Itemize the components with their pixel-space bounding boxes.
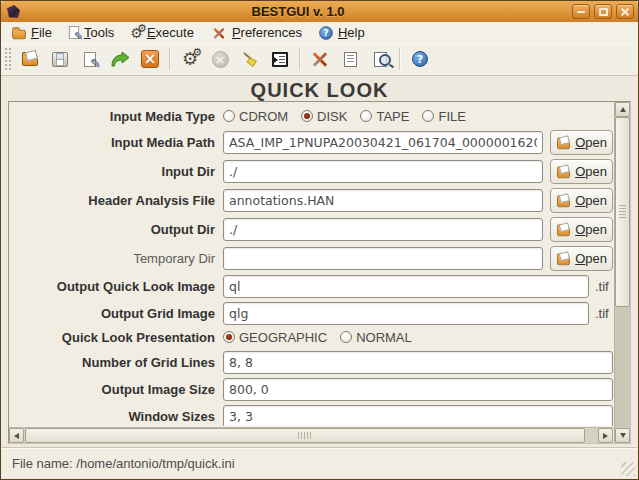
- field-label: Input Dir: [9, 164, 215, 179]
- menu-tools[interactable]: Tools: [68, 25, 114, 40]
- radio-icon: [360, 110, 372, 122]
- open-button[interactable]: Open: [550, 188, 613, 213]
- menu-tools-label: Tools: [84, 25, 114, 40]
- toolbar-exit-button[interactable]: [136, 45, 164, 73]
- field-label: Header Analysis File: [9, 193, 215, 208]
- arrow-up-icon: [620, 107, 626, 112]
- close-button[interactable]: [616, 4, 634, 19]
- radio-icon: [223, 331, 235, 343]
- radio-normal-label: NORMAL: [356, 330, 412, 345]
- toolbar-open-button[interactable]: [16, 45, 44, 73]
- toolbar-execute-button[interactable]: ⚙: [176, 45, 204, 73]
- menu-execute-label: Execute: [147, 25, 194, 40]
- quick-look-form: Input Media Type CDROM DISK TAPE FILE In…: [9, 102, 613, 426]
- open-button-label: Open: [575, 135, 607, 150]
- number-of-grid-lines-field[interactable]: [223, 351, 613, 374]
- input-media-path-field[interactable]: [223, 131, 543, 154]
- gears-icon: ⚙: [182, 50, 198, 68]
- app-icon: [7, 5, 20, 18]
- app-window: BESTGUI v. 1.0 File Tools ⚙ Execute Pref…: [0, 0, 639, 480]
- open-button[interactable]: Open: [550, 246, 613, 271]
- minimize-button[interactable]: [572, 4, 590, 19]
- menu-file[interactable]: File: [11, 25, 52, 40]
- open-button[interactable]: Open: [550, 159, 613, 184]
- radio-disk-label: DISK: [317, 109, 347, 124]
- toolbar-preview-button[interactable]: [366, 45, 394, 73]
- arrow-right-icon: [603, 433, 608, 439]
- radio-file[interactable]: FILE: [422, 109, 465, 124]
- resize-grip[interactable]: [621, 462, 635, 476]
- input-dir-field[interactable]: [223, 160, 543, 183]
- toolbar-separator: [169, 48, 171, 70]
- radio-icon: [301, 110, 313, 122]
- output-image-size-field[interactable]: [223, 378, 613, 401]
- toolbar-help-button[interactable]: [406, 45, 434, 73]
- output-dir-field[interactable]: [223, 218, 543, 241]
- vertical-scrollbar[interactable]: [614, 102, 630, 443]
- toolbar-redo-button[interactable]: [106, 45, 134, 73]
- window-sizes-field[interactable]: [223, 405, 613, 426]
- vertical-scroll-thumb[interactable]: [615, 117, 630, 307]
- scroll-left-button[interactable]: [9, 428, 24, 443]
- menu-help[interactable]: Help: [318, 25, 365, 41]
- window-title: BESTGUI v. 1.0: [24, 4, 572, 19]
- toolbar-separator: [399, 48, 401, 70]
- toolbar-console-button[interactable]: [266, 45, 294, 73]
- titlebar[interactable]: BESTGUI v. 1.0: [1, 1, 638, 22]
- radio-tape[interactable]: TAPE: [360, 109, 409, 124]
- field-label: Number of Grid Lines: [9, 355, 215, 370]
- maximize-button[interactable]: [594, 4, 612, 19]
- horizontal-scroll-thumb[interactable]: [25, 428, 585, 443]
- open-button[interactable]: Open: [550, 130, 613, 155]
- menu-preferences[interactable]: Preferences: [210, 24, 302, 42]
- radio-normal[interactable]: NORMAL: [340, 330, 412, 345]
- toolbar-drag-handle[interactable]: [4, 47, 11, 71]
- field-label: Input Media Path: [9, 135, 215, 150]
- radio-icon: [340, 331, 352, 343]
- horizontal-scrollbar[interactable]: [9, 427, 613, 443]
- broom-icon: [241, 51, 259, 68]
- radio-cdrom[interactable]: CDROM: [223, 109, 288, 124]
- field-label: Quick Look Presentation: [9, 330, 215, 345]
- output-quick-look-image-field[interactable]: [223, 275, 589, 298]
- open-button[interactable]: Open: [550, 217, 613, 242]
- floppy-disk-icon: [52, 52, 68, 67]
- form-row-output-quick-look-image: Output Quick Look Image .tif: [9, 274, 613, 299]
- gear-icon: ⚙: [130, 26, 143, 40]
- maximize-icon: [599, 8, 608, 16]
- toolbar-preferences-button[interactable]: [306, 45, 334, 73]
- crossed-tools-icon: [212, 26, 226, 40]
- toolbar: ⚙: [1, 43, 638, 76]
- scroll-up-button[interactable]: [615, 102, 630, 117]
- toolbar-clean-button[interactable]: [236, 45, 264, 73]
- output-grid-image-field[interactable]: [223, 302, 589, 325]
- folder-icon: [12, 29, 26, 38]
- open-button-label: Open: [575, 164, 607, 179]
- toolbar-edit-button[interactable]: [76, 45, 104, 73]
- folder-open-icon: [557, 226, 570, 235]
- scroll-right-button[interactable]: [598, 428, 613, 443]
- radio-cdrom-label: CDROM: [239, 109, 288, 124]
- temporary-dir-field[interactable]: [223, 247, 543, 270]
- radio-geographic[interactable]: GEOGRAPHIC: [223, 330, 327, 345]
- toolbar-stop-button[interactable]: [206, 45, 234, 73]
- scroll-down-button[interactable]: [615, 428, 630, 443]
- toolbar-save-button[interactable]: [46, 45, 74, 73]
- radio-disk[interactable]: DISK: [301, 109, 347, 124]
- open-button-label: Open: [575, 251, 607, 266]
- close-icon: [619, 6, 631, 18]
- menu-execute[interactable]: ⚙ Execute: [130, 25, 194, 40]
- field-label: Output Dir: [9, 222, 215, 237]
- toolbar-view-log-button[interactable]: [336, 45, 364, 73]
- field-label: Output Quick Look Image: [9, 279, 215, 294]
- field-label: Window Sizes: [9, 409, 215, 424]
- form-row-output-dir: Output Dir Open: [9, 216, 613, 243]
- document-magnifier-icon: [374, 52, 387, 67]
- header-analysis-file-field[interactable]: [223, 189, 543, 212]
- menu-preferences-label: Preferences: [232, 25, 302, 40]
- radio-icon: [422, 110, 434, 122]
- menu-help-label: Help: [338, 25, 365, 40]
- open-button-label: Open: [575, 193, 607, 208]
- form-row-output-grid-image: Output Grid Image .tif: [9, 301, 613, 326]
- form-row-output-image-size: Output Image Size: [9, 377, 613, 402]
